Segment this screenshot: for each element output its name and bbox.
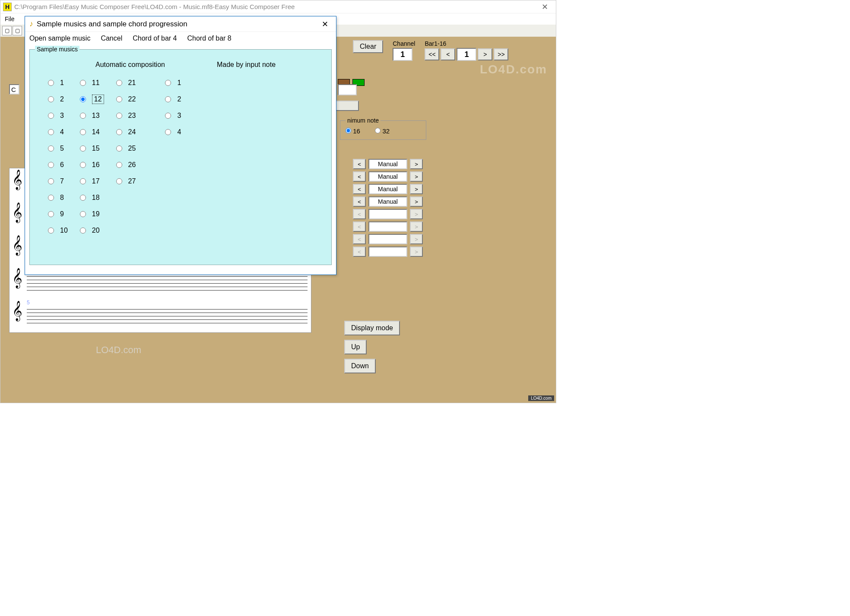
radio-columns: 12345678910 11121314151617181920 2122232… [35,75,326,239]
sample-radio-label: 18 [92,194,100,202]
app-icon: H [3,3,12,11]
row-prev-button: < [353,209,366,219]
display-mode-button[interactable]: Display mode [344,321,400,335]
row-prev-button[interactable]: < [353,171,366,182]
manual-field[interactable] [368,196,407,207]
main-window: H C:\Program Files\Easy Music Composer F… [0,0,556,403]
menu-file[interactable]: File [0,15,19,23]
sample-radio-auto-8[interactable]: 8 [48,190,68,206]
chord-bar4-action[interactable]: Chord of bar 4 [133,35,177,42]
manual-field[interactable] [368,171,407,182]
sample-radio-auto-22[interactable]: 22 [116,91,136,107]
sample-musics-group: Sample musics Automatic composition Made… [29,49,332,265]
treble-clef-icon: 𝄞 [12,306,22,316]
open-sample-music-action[interactable]: Open sample music [29,35,90,42]
empty-button[interactable] [333,101,359,111]
bar-next-button[interactable]: > [478,48,492,60]
bar-first-button[interactable]: << [425,48,439,60]
minimum-note-group: nimum note 16 32 [340,117,426,140]
sample-radio-auto-6[interactable]: 6 [48,157,68,173]
treble-clef-icon: 𝄞 [12,174,22,185]
sample-radio-label: 10 [60,227,68,234]
row-prev-button[interactable]: < [353,184,366,194]
row-prev-button[interactable]: < [353,159,366,169]
input-note-header: Made by input note [217,61,276,69]
sample-radio-auto-19[interactable]: 19 [80,206,104,222]
sample-radio-auto-5[interactable]: 5 [48,140,68,157]
manual-field[interactable] [368,184,407,194]
minnote-16-option[interactable]: 16 [346,127,360,135]
sample-radio-label: 5 [60,145,64,152]
sample-radio-auto-14[interactable]: 14 [80,124,104,140]
dialog-menu: Open sample music Cancel Chord of bar 4 … [25,32,336,45]
sample-radio-auto-11[interactable]: 11 [80,75,104,91]
sample-radio-input-1[interactable]: 1 [165,75,181,91]
sample-radio-auto-9[interactable]: 9 [48,206,68,222]
dialog-title: Sample musics and sample chord progressi… [37,20,318,28]
sample-radio-label: 1 [177,79,181,87]
row-prev-button: < [353,246,366,257]
sample-radio-auto-15[interactable]: 15 [80,140,104,157]
sample-radio-auto-21[interactable]: 21 [116,75,136,91]
cancel-action[interactable]: Cancel [101,35,122,42]
dialog-close-button[interactable]: ✕ [318,19,332,30]
bar-prev-button[interactable]: < [441,48,455,60]
sample-radio-auto-18[interactable]: 18 [80,190,104,206]
sample-radio-input-2[interactable]: 2 [165,91,181,107]
bar-last-button[interactable]: >> [494,48,508,60]
channel-input[interactable] [393,48,412,61]
key-field[interactable] [9,84,19,95]
sample-radio-label: 21 [128,79,136,87]
row-next-button: > [410,209,423,219]
sample-radio-auto-2[interactable]: 2 [48,91,68,107]
site-badge: LO4D.com [528,395,554,401]
sample-radio-auto-10[interactable]: 10 [48,222,68,239]
sample-radio-input-4[interactable]: 4 [165,124,181,140]
up-button[interactable]: Up [344,340,367,354]
sample-radio-auto-23[interactable]: 23 [116,107,136,124]
bar-label: Bar1-16 [425,40,508,47]
sample-radio-auto-20[interactable]: 20 [80,222,104,239]
clear-button[interactable]: Clear [353,40,383,53]
sample-radio-auto-17[interactable]: 17 [80,173,104,190]
sample-radio-label: 13 [92,112,100,120]
sample-radio-label: 9 [60,210,64,218]
sample-radio-auto-4[interactable]: 4 [48,124,68,140]
sample-radio-auto-26[interactable]: 26 [116,157,136,173]
swatch-input[interactable] [338,84,357,95]
sample-radio-auto-27[interactable]: 27 [116,173,136,190]
sample-radio-auto-16[interactable]: 16 [80,157,104,173]
sample-radio-auto-13[interactable]: 13 [80,107,104,124]
row-next-button[interactable]: > [410,184,423,194]
manual-field [368,221,407,232]
toolbar-new-icon[interactable]: ▢ [2,26,12,35]
sample-radio-auto-3[interactable]: 3 [48,107,68,124]
sample-radio-auto-1[interactable]: 1 [48,75,68,91]
dialog-titlebar: ♪ Sample musics and sample chord progres… [25,16,336,32]
row-next-button[interactable]: > [410,159,423,169]
chord-bar8-action[interactable]: Chord of bar 8 [187,35,231,42]
row-next-button[interactable]: > [410,171,423,182]
treble-clef-icon: 𝄞 [12,273,22,283]
display-controls: Display mode Up Down [344,321,413,378]
minnote-32-option[interactable]: 32 [375,127,390,135]
sample-radio-auto-12[interactable]: 12 [80,91,104,107]
sample-radio-label: 22 [128,95,136,103]
titlebar: H C:\Program Files\Easy Music Composer F… [0,0,556,13]
sample-radio-label: 2 [60,95,64,103]
channel-label: Channel [393,40,415,47]
window-close-button[interactable]: ✕ [536,2,553,12]
sample-radio-label: 19 [92,210,100,218]
sample-radio-auto-24[interactable]: 24 [116,124,136,140]
sample-radio-input-3[interactable]: 3 [165,107,181,124]
down-button[interactable]: Down [344,359,376,373]
sample-radio-auto-7[interactable]: 7 [48,173,68,190]
manual-field[interactable] [368,159,407,169]
toolbar-open-icon[interactable]: ▢ [13,26,22,35]
sample-radio-auto-25[interactable]: 25 [116,140,136,157]
sample-radio-label: 6 [60,161,64,169]
row-next-button[interactable]: > [410,196,423,207]
sample-radio-label: 23 [128,112,136,120]
row-prev-button: < [353,221,366,232]
row-prev-button[interactable]: < [353,196,366,207]
